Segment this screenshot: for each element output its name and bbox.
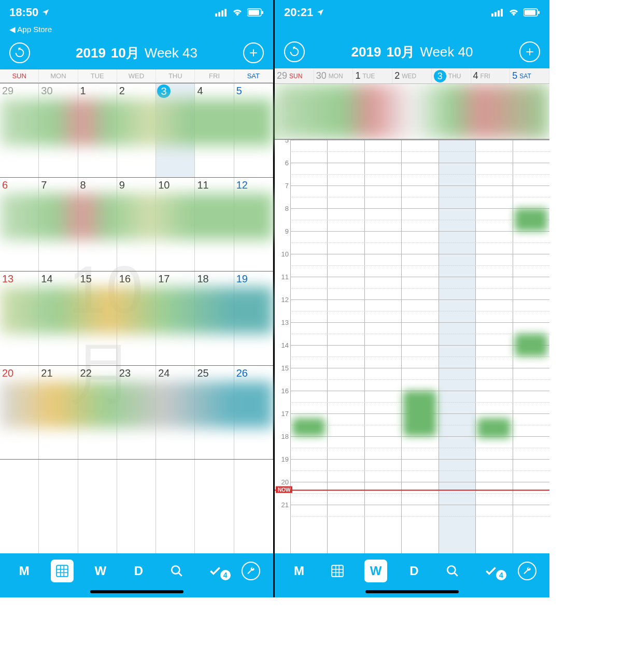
location-icon <box>41 8 50 17</box>
half-hour-gridline <box>290 493 549 494</box>
home-indicator[interactable] <box>90 590 183 593</box>
settings-button[interactable] <box>242 562 260 580</box>
tab-grid[interactable] <box>326 560 349 582</box>
refresh-button[interactable] <box>284 41 305 62</box>
add-button[interactable] <box>243 42 264 63</box>
svg-point-8 <box>172 566 179 574</box>
weekday-label: MON <box>329 73 343 80</box>
time-day-column[interactable] <box>327 140 364 553</box>
svg-rect-10 <box>494 12 497 17</box>
tab-month[interactable]: M <box>13 560 36 582</box>
tab-day[interactable]: D <box>403 560 426 582</box>
blurred-events <box>275 84 549 139</box>
month-grid[interactable]: 10月 293012345678910111213141516171819202… <box>0 83 273 553</box>
svg-rect-11 <box>498 10 500 17</box>
time-day-column[interactable] <box>290 140 327 553</box>
nav-bar: 2019 10月 Week 40 <box>275 35 549 68</box>
day-number: 4 <box>197 85 203 97</box>
week-day-header[interactable]: 29SUN <box>275 68 314 83</box>
nav-title[interactable]: 2019 10月 Week 43 <box>76 44 197 62</box>
hour-label: 15 <box>281 364 290 372</box>
day-cell[interactable] <box>195 460 234 553</box>
svg-rect-15 <box>538 11 540 14</box>
day-cell[interactable] <box>234 460 273 553</box>
month-day-headers: SUNMONTUEWEDTHUFRISAT <box>0 69 273 83</box>
day-number: 3 <box>434 70 446 82</box>
blurred-event <box>403 391 436 436</box>
day-number: 30 <box>41 85 52 97</box>
now-line <box>275 490 549 491</box>
week-row[interactable]: 13141516171819 <box>0 271 273 365</box>
week-day-header[interactable]: 1TUE <box>353 68 392 83</box>
svg-rect-16 <box>332 565 343 577</box>
hour-gridline <box>290 322 549 323</box>
hour-gridline <box>290 505 549 505</box>
blurred-events <box>0 193 273 240</box>
day-cell[interactable] <box>0 460 39 553</box>
svg-rect-14 <box>525 10 535 15</box>
week-day-header[interactable]: 5SAT <box>510 68 549 83</box>
week-day-header[interactable]: 2WED <box>392 68 432 83</box>
week-day-header[interactable]: 3THU <box>432 68 471 83</box>
hour-label: 7 <box>285 182 290 190</box>
tasks-button[interactable]: 4 <box>204 560 227 582</box>
hour-label: 17 <box>281 410 290 418</box>
home-indicator[interactable] <box>365 590 459 593</box>
time-day-column[interactable] <box>439 140 475 553</box>
day-number: 13 <box>2 273 13 285</box>
weekday-header: WED <box>117 69 156 83</box>
day-number: 4 <box>473 70 478 81</box>
hour-label: 16 <box>281 387 290 395</box>
back-to-appstore[interactable]: ◀ App Store <box>0 25 273 36</box>
day-number: 5 <box>512 70 517 81</box>
settings-button[interactable] <box>518 562 536 580</box>
tasks-badge: 4 <box>220 570 231 580</box>
tab-month[interactable]: M <box>288 560 310 582</box>
day-number: 26 <box>236 367 248 379</box>
signal-icon <box>215 8 228 17</box>
day-number: 17 <box>158 273 169 285</box>
day-number: 20 <box>2 367 13 379</box>
week-timeline[interactable]: 56789101112131415161718192021 NOW <box>275 140 549 553</box>
time-grid <box>290 140 549 553</box>
hour-gridline <box>290 345 549 346</box>
add-button[interactable] <box>519 41 540 62</box>
tab-week[interactable]: W <box>89 560 112 582</box>
allday-events[interactable] <box>275 84 549 140</box>
nav-bar: 2019 10月 Week 43 <box>0 36 273 69</box>
day-number: 3 <box>157 84 171 98</box>
status-time: 20:21 <box>284 6 313 19</box>
time-day-column[interactable] <box>475 140 512 553</box>
weekday-label: FRI <box>480 73 490 80</box>
time-day-column[interactable] <box>401 140 438 553</box>
svg-rect-3 <box>224 9 227 17</box>
tasks-button[interactable]: 4 <box>479 560 502 582</box>
wrench-icon <box>522 566 532 576</box>
nav-title[interactable]: 2019 10月 Week 40 <box>351 43 473 61</box>
tab-grid[interactable] <box>51 560 74 582</box>
day-cell[interactable] <box>117 460 156 553</box>
refresh-button[interactable] <box>9 42 30 63</box>
tab-week[interactable]: W <box>364 560 387 582</box>
search-icon <box>170 564 183 578</box>
search-button[interactable] <box>441 560 464 582</box>
day-number: 1 <box>80 85 86 97</box>
week-row[interactable]: 6789101112 <box>0 177 273 271</box>
week-day-header[interactable]: 30MON <box>314 68 354 83</box>
search-button[interactable] <box>165 560 188 582</box>
day-number: 24 <box>158 367 169 379</box>
day-number: 7 <box>41 179 47 191</box>
day-cell[interactable] <box>156 460 195 553</box>
week-day-header[interactable]: 4FRI <box>471 68 511 83</box>
week-row[interactable] <box>0 459 273 553</box>
week-row[interactable]: 20212223242526 <box>0 365 273 460</box>
svg-rect-2 <box>221 10 223 17</box>
day-cell[interactable] <box>78 460 117 553</box>
week-day-headers: 29SUN30MON1TUE2WED3THU4FRI5SAT <box>275 68 549 84</box>
week-row[interactable]: 293012345 <box>0 83 273 177</box>
time-day-column[interactable] <box>364 140 401 553</box>
day-number: 1 <box>355 70 360 81</box>
day-cell[interactable] <box>39 460 78 553</box>
day-number: 14 <box>41 273 52 285</box>
tab-day[interactable]: D <box>127 560 150 582</box>
